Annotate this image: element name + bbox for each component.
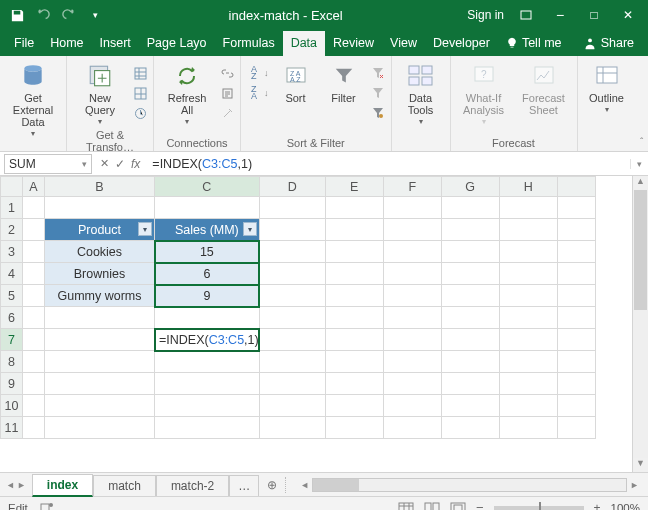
minimize-button[interactable]: − <box>548 3 572 27</box>
table-header-sales[interactable]: Sales (MM)▾ <box>155 219 260 241</box>
properties-button[interactable] <box>220 84 234 102</box>
expand-formula-bar-icon[interactable]: ▾ <box>630 159 648 169</box>
col-header-B[interactable]: B <box>45 177 155 197</box>
tab-scroll-right-icon[interactable]: ► <box>17 480 26 490</box>
close-button[interactable]: ✕ <box>616 3 640 27</box>
chevron-down-icon[interactable]: ▾ <box>82 159 87 169</box>
redo-icon[interactable] <box>60 6 78 24</box>
sheet-tab-more[interactable]: … <box>229 475 259 496</box>
view-normal-icon[interactable] <box>398 502 414 511</box>
outline-button[interactable]: Outline ▾ <box>584 60 630 115</box>
col-header-G[interactable]: G <box>441 177 499 197</box>
qat-customize-icon[interactable]: ▾ <box>86 6 104 24</box>
reapply-button[interactable] <box>371 84 385 102</box>
undo-icon[interactable] <box>34 6 52 24</box>
share-button[interactable]: Share <box>575 31 648 56</box>
row-header[interactable]: 7 <box>1 329 23 351</box>
scroll-right-icon[interactable]: ► <box>627 480 642 490</box>
tab-home[interactable]: Home <box>42 31 91 56</box>
row-header[interactable]: 3 <box>1 241 23 263</box>
tab-page-layout[interactable]: Page Layo <box>139 31 215 56</box>
table-cell[interactable]: Gummy worms <box>45 285 155 307</box>
recent-sources-button[interactable] <box>133 104 147 122</box>
vertical-scrollbar[interactable]: ▲ ▼ <box>632 176 648 472</box>
sort-za-button[interactable]: ZA↓ <box>247 84 269 102</box>
forecast-sheet-button[interactable]: Forecast Sheet <box>517 60 571 116</box>
sheet-tab-index[interactable]: index <box>32 474 93 497</box>
collapse-ribbon-icon[interactable]: ˆ <box>636 56 649 151</box>
col-header-F[interactable]: F <box>383 177 441 197</box>
whatif-button[interactable]: ? What-If Analysis ▾ <box>457 60 511 127</box>
tab-review[interactable]: Review <box>325 31 382 56</box>
table-cell[interactable]: Brownies <box>45 263 155 285</box>
cancel-formula-icon[interactable]: ✕ <box>100 157 109 170</box>
save-icon[interactable] <box>8 6 26 24</box>
worksheet-grid[interactable]: A B C D E F G H 1 2 Product▾ Sales (MM)▾… <box>0 176 648 472</box>
table-cell[interactable]: 6 <box>155 263 260 285</box>
col-header-D[interactable]: D <box>259 177 325 197</box>
from-table-button[interactable] <box>133 84 147 102</box>
row-header[interactable]: 6 <box>1 307 23 329</box>
new-sheet-button[interactable]: ⊕ <box>259 478 285 492</box>
tab-insert[interactable]: Insert <box>92 31 139 56</box>
horizontal-scrollbar[interactable]: ◄ ► <box>291 478 648 492</box>
col-header-C[interactable]: C <box>155 177 260 197</box>
table-cell[interactable]: 15 <box>155 241 260 263</box>
tab-scroll-left-icon[interactable]: ◄ <box>6 480 15 490</box>
col-header-H[interactable]: H <box>499 177 557 197</box>
table-cell[interactable]: 9 <box>155 285 260 307</box>
col-header-A[interactable]: A <box>23 177 45 197</box>
new-query-button[interactable]: New Query ▾ <box>73 60 127 127</box>
filter-button[interactable]: Filter <box>323 60 365 104</box>
connections-button[interactable] <box>220 64 234 82</box>
refresh-all-button[interactable]: Refresh All ▾ <box>160 60 214 127</box>
sign-in-link[interactable]: Sign in <box>467 8 504 22</box>
accept-formula-icon[interactable]: ✓ <box>115 157 125 171</box>
view-page-layout-icon[interactable] <box>424 502 440 511</box>
sort-az-button[interactable]: AZ↓ <box>247 64 269 82</box>
sheet-tab-match[interactable]: match <box>93 475 156 496</box>
row-header[interactable]: 9 <box>1 373 23 395</box>
advanced-filter-button[interactable] <box>371 104 385 122</box>
view-page-break-icon[interactable] <box>450 502 466 511</box>
get-external-data-button[interactable]: Get External Data ▾ <box>6 60 60 139</box>
col-header[interactable] <box>557 177 595 197</box>
select-all-corner[interactable] <box>1 177 23 197</box>
tab-formulas[interactable]: Formulas <box>215 31 283 56</box>
active-cell[interactable]: =INDEX(C3:C5,1) <box>155 329 260 351</box>
macro-record-icon[interactable] <box>40 501 54 511</box>
clear-filter-button[interactable] <box>371 64 385 82</box>
tab-tellme[interactable]: Tell me <box>498 31 570 56</box>
row-header[interactable]: 11 <box>1 417 23 439</box>
row-header[interactable]: 10 <box>1 395 23 417</box>
tab-developer[interactable]: Developer <box>425 31 498 56</box>
scrollbar-thumb[interactable] <box>313 479 359 491</box>
row-header[interactable]: 1 <box>1 197 23 219</box>
zoom-out-button[interactable]: − <box>476 500 484 510</box>
show-queries-button[interactable] <box>133 64 147 82</box>
row-header[interactable]: 2 <box>1 219 23 241</box>
data-tools-button[interactable]: Data Tools ▾ <box>398 60 444 127</box>
row-header[interactable]: 8 <box>1 351 23 373</box>
scroll-left-icon[interactable]: ◄ <box>297 480 312 490</box>
tab-data[interactable]: Data <box>283 31 325 56</box>
zoom-level[interactable]: 100% <box>611 502 640 511</box>
cells[interactable]: A B C D E F G H 1 2 Product▾ Sales (MM)▾… <box>0 176 596 439</box>
table-cell[interactable]: Cookies <box>45 241 155 263</box>
table-header-product[interactable]: Product▾ <box>45 219 155 241</box>
fx-icon[interactable]: fx <box>131 157 140 171</box>
tab-view[interactable]: View <box>382 31 425 56</box>
sheet-tab-match-2[interactable]: match-2 <box>156 475 229 496</box>
sort-button[interactable]: Z AA Z Sort <box>275 60 317 104</box>
ribbon-display-options-icon[interactable] <box>514 3 538 27</box>
tab-file[interactable]: File <box>0 31 42 56</box>
maximize-button[interactable]: □ <box>582 3 606 27</box>
row-header[interactable]: 4 <box>1 263 23 285</box>
col-header-E[interactable]: E <box>325 177 383 197</box>
edit-links-button[interactable] <box>220 104 234 122</box>
zoom-slider[interactable] <box>494 506 584 510</box>
row-header[interactable]: 5 <box>1 285 23 307</box>
autofilter-icon[interactable]: ▾ <box>243 222 257 236</box>
scrollbar-thumb[interactable] <box>634 190 647 310</box>
name-box[interactable]: SUM ▾ <box>4 154 92 174</box>
